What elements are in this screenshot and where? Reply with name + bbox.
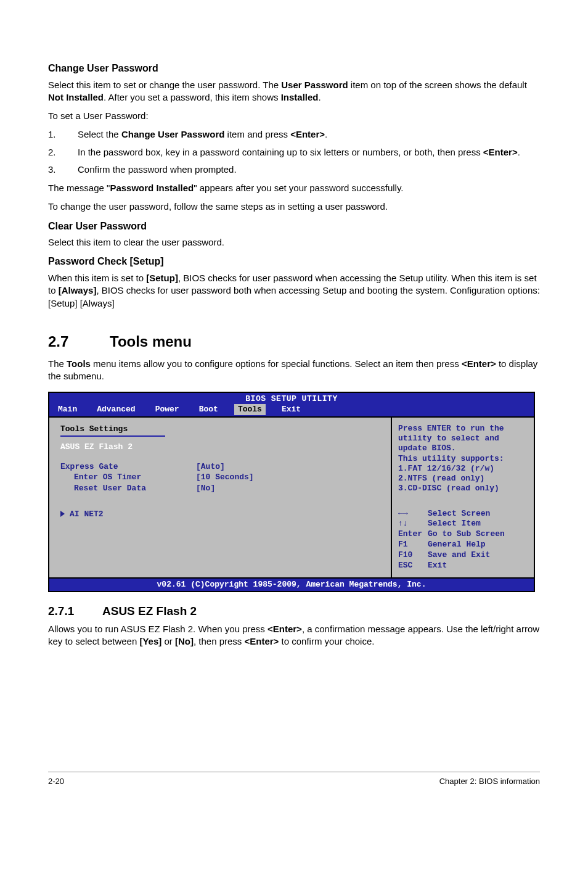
subsection-number: 2.7.1 <box>48 603 102 619</box>
bios-right-pane: Press ENTER to run the utility to select… <box>392 418 534 577</box>
page-number: 2-20 <box>48 776 64 787</box>
bios-help-text: Press ENTER to run the utility to select… <box>398 424 528 494</box>
bios-tools-settings-label: Tools Settings <box>60 424 382 435</box>
text-bold: User Password <box>281 80 348 90</box>
text: or <box>161 636 175 646</box>
heading-change-user-password: Change User Password <box>48 62 540 75</box>
text-bold: Password Installed <box>110 183 194 193</box>
heading-clear-user-password: Clear User Password <box>48 220 540 233</box>
text-bold: Not Installed <box>48 92 104 102</box>
paragraph: When this item is set to [Setup], BIOS c… <box>48 272 540 310</box>
bios-key-desc: Exit <box>428 561 447 571</box>
page-footer: 2-20 Chapter 2: BIOS information <box>48 772 540 787</box>
list-item: 2. In the password box, key in a passwor… <box>48 146 540 159</box>
bios-key-row: ←→Select Screen <box>398 509 528 519</box>
bios-key: F1 <box>398 540 428 550</box>
bios-item-ez-flash[interactable]: ASUS EZ Flash 2 <box>60 442 382 453</box>
text-bold: <Enter> <box>267 624 302 634</box>
step-text: Confirm the password when prompted. <box>78 163 540 176</box>
bios-key-desc: Select Item <box>428 519 481 529</box>
bios-key: F10 <box>398 550 428 561</box>
bios-item-label: AI NET2 <box>70 510 104 519</box>
bios-key-desc: Go to Sub Screen <box>428 529 505 540</box>
triangle-right-icon <box>60 511 65 517</box>
text: menu items allow you to configure option… <box>91 358 462 369</box>
bios-row-label: Reset User Data <box>74 483 196 494</box>
step-number: 2. <box>48 146 78 159</box>
bios-tab-power[interactable]: Power <box>152 404 183 415</box>
bios-left-pane: Tools Settings ASUS EZ Flash 2 Express G… <box>49 418 392 577</box>
text-bold: Tools <box>67 358 91 369</box>
bios-body: Tools Settings ASUS EZ Flash 2 Express G… <box>49 416 534 579</box>
bios-tabs: Main Advanced Power Boot Tools Exit <box>49 404 534 416</box>
paragraph: To set a User Password: <box>48 110 540 122</box>
text: The message " <box>48 183 110 193</box>
text: Select this item to set or change the us… <box>48 80 281 90</box>
text-bold: <Enter> <box>290 129 325 139</box>
bios-row-express-gate[interactable]: Express Gate [Auto] <box>60 461 382 472</box>
bios-item-ai-net2[interactable]: AI NET2 <box>60 509 382 520</box>
chapter-label: Chapter 2: BIOS information <box>439 776 540 787</box>
bios-key-row: EnterGo to Sub Screen <box>398 529 528 540</box>
text: . After you set a password, this item sh… <box>104 92 281 102</box>
bios-key-row: F1General Help <box>398 540 528 550</box>
text-bold: Change User Password <box>121 129 225 139</box>
bios-row-label: Enter OS Timer <box>74 472 196 483</box>
text-bold: [No] <box>175 636 194 646</box>
list-item: 3. Confirm the password when prompted. <box>48 163 540 176</box>
bios-row-reset-user-data[interactable]: Reset User Data [No] <box>60 483 382 494</box>
text: . <box>518 147 520 157</box>
text: Allows you to run ASUS EZ Flash 2. When … <box>48 624 267 634</box>
bios-screenshot: BIOS SETUP UTILITY Main Advanced Power B… <box>48 392 535 593</box>
text-bold: <Enter> <box>483 147 518 157</box>
bios-tab-tools[interactable]: Tools <box>234 404 266 415</box>
step-number: 3. <box>48 163 78 176</box>
text-bold: <Enter> <box>245 636 279 646</box>
bios-tab-exit[interactable]: Exit <box>278 404 304 415</box>
text: item and press <box>224 129 290 139</box>
bios-footer: v02.61 (C)Copyright 1985-2009, American … <box>49 579 534 592</box>
section-heading-tools-menu: 2.7Tools menu <box>48 332 540 352</box>
arrows-up-down-icon: ↑↓ <box>398 519 428 529</box>
bios-key-legend: ←→Select Screen ↑↓Select Item EnterGo to… <box>398 509 528 571</box>
bios-row-enter-os-timer[interactable]: Enter OS Timer [10 Seconds] <box>60 472 382 483</box>
arrows-left-right-icon: ←→ <box>398 509 428 519</box>
step-text: In the password box, key in a password c… <box>78 146 540 159</box>
bios-tab-boot[interactable]: Boot <box>195 404 222 415</box>
text: , then press <box>194 636 245 646</box>
text: item on top of the screen shows the defa… <box>348 80 527 90</box>
text-bold: [Always] <box>59 285 97 295</box>
bios-key-desc: General Help <box>428 540 486 550</box>
bios-tab-advanced[interactable]: Advanced <box>93 404 139 415</box>
list-item: 1. Select the Change User Password item … <box>48 128 540 141</box>
section-title: Tools menu <box>110 333 192 350</box>
text-bold: Installed <box>281 92 319 102</box>
paragraph: To change the user password, follow the … <box>48 200 540 213</box>
subsection-heading-ez-flash: 2.7.1ASUS EZ Flash 2 <box>48 603 540 619</box>
bios-key-desc: Select Screen <box>428 509 490 519</box>
bios-key-row: ESCExit <box>398 561 528 571</box>
text: Select the <box>78 129 121 139</box>
paragraph: Allows you to run ASUS EZ Flash 2. When … <box>48 623 540 648</box>
bios-key: ESC <box>398 561 428 571</box>
step-text: Select the Change User Password item and… <box>78 128 540 141</box>
bios-tab-main[interactable]: Main <box>54 404 81 415</box>
divider <box>60 435 165 437</box>
heading-password-check: Password Check [Setup] <box>48 255 540 268</box>
text: . <box>325 129 327 139</box>
text: . <box>319 92 321 102</box>
text-bold: [Yes] <box>139 636 161 646</box>
bios-key: Enter <box>398 529 428 540</box>
bios-row-value: [Auto] <box>196 461 225 472</box>
bios-row-label: Express Gate <box>60 461 196 472</box>
text: , BIOS checks for user password both whe… <box>48 285 540 308</box>
text: " appears after you set your password su… <box>194 183 403 193</box>
step-number: 1. <box>48 128 78 141</box>
bios-key-row: ↑↓Select Item <box>398 519 528 529</box>
paragraph: Select this item to clear the user passw… <box>48 236 540 249</box>
steps-list: 1. Select the Change User Password item … <box>48 128 540 176</box>
text: The <box>48 358 67 369</box>
text: to confirm your choice. <box>279 636 374 646</box>
bios-row-value: [10 Seconds] <box>196 472 254 483</box>
text: In the password box, key in a password c… <box>78 147 483 157</box>
